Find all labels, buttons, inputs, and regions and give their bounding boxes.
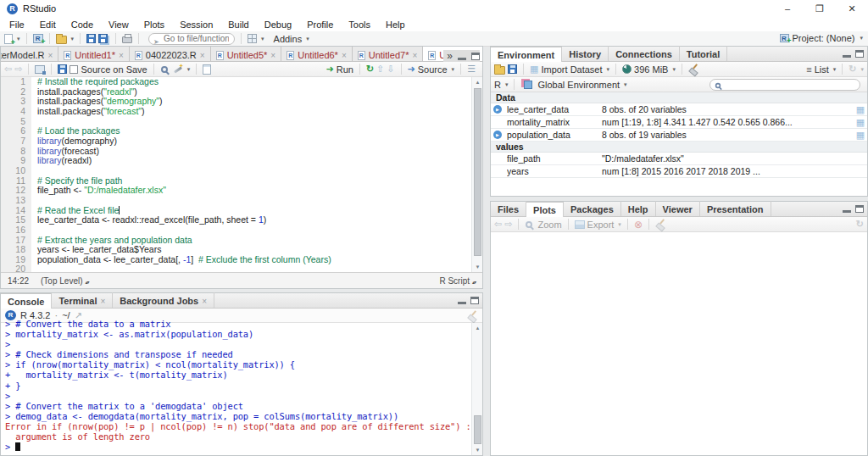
- pane-minimize-icon[interactable]: [458, 297, 466, 304]
- import-dataset-icon[interactable]: ▦: [530, 64, 538, 75]
- addins-button[interactable]: Addins: [274, 34, 303, 44]
- pane-minimize-icon[interactable]: [458, 53, 466, 60]
- previous-chunk-icon[interactable]: [376, 64, 384, 75]
- environment-row-population_data[interactable]: population_data8 obs. of 19 variables▦: [491, 129, 867, 142]
- scroll-up-icon[interactable]: ▲: [472, 323, 483, 333]
- save-all-icon[interactable]: [98, 34, 108, 43]
- editor-tab-Untitled6[interactable]: Untitled6*×: [281, 47, 353, 62]
- editor-scrollbar[interactable]: ▲ ▼: [471, 77, 482, 272]
- close-tab-icon[interactable]: ×: [100, 297, 105, 306]
- new-file-dropdown-icon[interactable]: ▾: [17, 36, 20, 42]
- import-dropdown-icon[interactable]: ▾: [607, 66, 610, 73]
- new-project-icon[interactable]: R: [33, 34, 43, 43]
- view-data-grid-icon[interactable]: ▦: [854, 117, 867, 128]
- addins-dropdown-icon[interactable]: ▾: [306, 36, 309, 42]
- memory-dropdown-icon[interactable]: ▾: [672, 66, 676, 73]
- tab-connections[interactable]: Connections: [609, 46, 680, 61]
- pane-layout-dropdown-icon[interactable]: ▾: [261, 36, 264, 42]
- close-tab-icon[interactable]: ×: [47, 51, 53, 60]
- environment-row-mortality_matrix[interactable]: mortality_matrixnum [1:19, 1:8] 4.341 1.…: [491, 116, 867, 129]
- scope-dropdown-icon[interactable]: ▾: [624, 81, 627, 88]
- menu-session[interactable]: Session: [172, 19, 220, 31]
- document-outline-icon[interactable]: [467, 64, 476, 75]
- pane-maximize-icon[interactable]: [855, 50, 864, 58]
- tab-help[interactable]: Help: [621, 201, 656, 216]
- menu-tools[interactable]: Tools: [341, 19, 378, 31]
- refresh-plots-icon[interactable]: [856, 219, 864, 230]
- menu-help[interactable]: Help: [378, 19, 413, 31]
- editor-tab-Untitled1[interactable]: Untitled1*×: [58, 47, 130, 62]
- console-output[interactable]: > # Convert the data to a matrix> mortal…: [1, 319, 471, 455]
- editor-tab-04022023R[interactable]: 04022023.R×: [130, 47, 211, 62]
- save-workspace-icon[interactable]: [508, 64, 517, 74]
- menu-code[interactable]: Code: [64, 19, 101, 31]
- goto-file-function-input[interactable]: [148, 33, 235, 45]
- file-type-selector[interactable]: R Script: [439, 276, 476, 286]
- scroll-down-icon[interactable]: ▼: [472, 445, 483, 455]
- environment-search-input[interactable]: [709, 79, 860, 91]
- menu-profile[interactable]: Profile: [299, 19, 341, 31]
- open-in-new-window-icon[interactable]: [35, 65, 45, 74]
- list-view-icon[interactable]: [806, 64, 811, 75]
- open-file-dropdown-icon[interactable]: ▾: [71, 36, 75, 42]
- import-dataset-button[interactable]: Import Dataset: [541, 64, 602, 75]
- editor-scroll-thumb[interactable]: [474, 88, 481, 256]
- run-icon[interactable]: [326, 64, 333, 75]
- language-selector[interactable]: R: [494, 80, 501, 90]
- environment-row-file_path[interactable]: file_path"D:/maledatafer.xlsx": [491, 153, 867, 165]
- refresh-icon[interactable]: [849, 64, 856, 75]
- source-icon[interactable]: [408, 64, 415, 75]
- project-selector[interactable]: R Project: (None) ▾: [780, 33, 864, 43]
- next-plot-icon[interactable]: [504, 219, 512, 230]
- tab-plots[interactable]: Plots: [526, 202, 564, 217]
- memory-usage-label[interactable]: 396 MiB: [634, 64, 668, 75]
- close-tab-icon[interactable]: ×: [119, 51, 124, 60]
- run-button[interactable]: Run: [337, 64, 353, 75]
- editor-tab-Untitled5[interactable]: Untitled5*×: [211, 47, 282, 62]
- print-icon[interactable]: [122, 36, 132, 43]
- export-button[interactable]: Export: [587, 220, 615, 230]
- remove-plot-icon[interactable]: [634, 219, 643, 231]
- pane-minimize-icon[interactable]: [843, 205, 851, 213]
- rerun-icon[interactable]: [366, 64, 374, 75]
- tab-history[interactable]: History: [562, 46, 609, 61]
- forward-icon[interactable]: [14, 64, 22, 75]
- close-tab-icon[interactable]: ×: [202, 297, 207, 306]
- find-replace-icon[interactable]: [161, 66, 168, 73]
- pane-maximize-icon[interactable]: [855, 205, 864, 213]
- code-tools-dropdown-icon[interactable]: ▾: [187, 66, 191, 73]
- open-file-icon[interactable]: [56, 36, 67, 44]
- refresh-dropdown-icon[interactable]: ▾: [860, 66, 864, 73]
- menu-plots[interactable]: Plots: [136, 19, 172, 31]
- export-plot-icon[interactable]: [575, 220, 585, 229]
- close-tab-icon[interactable]: ×: [412, 51, 417, 60]
- scope-selector[interactable]: (Top Level): [41, 276, 89, 286]
- clear-plots-icon[interactable]: [655, 219, 666, 230]
- export-dropdown-icon[interactable]: ▾: [618, 221, 621, 228]
- pane-layout-icon[interactable]: [248, 34, 257, 43]
- environment-row-years[interactable]: yearsnum [1:8] 2015 2016 2017 2018 2019 …: [491, 165, 867, 178]
- close-tab-icon[interactable]: ×: [342, 51, 347, 60]
- next-chunk-icon[interactable]: [387, 64, 394, 75]
- tab-presentation[interactable]: Presentation: [700, 201, 771, 216]
- load-workspace-icon[interactable]: [494, 66, 505, 75]
- tab-console[interactable]: Console: [1, 293, 52, 309]
- tab-tutorial[interactable]: Tutorial: [680, 46, 728, 61]
- tab-files[interactable]: Files: [491, 201, 526, 216]
- zoom-button[interactable]: Zoom: [537, 220, 561, 230]
- expand-icon[interactable]: [493, 131, 502, 139]
- code-area[interactable]: 1# Install the required packages2install…: [1, 77, 482, 272]
- previous-plot-icon[interactable]: [494, 219, 502, 230]
- console-scrollbar[interactable]: ▲ ▼: [471, 323, 482, 455]
- pane-maximize-icon[interactable]: [471, 53, 480, 60]
- tab-background-jobs[interactable]: Background Jobs×: [113, 292, 214, 308]
- source-dropdown-icon[interactable]: ▾: [452, 66, 455, 73]
- console-scroll-thumb[interactable]: [474, 415, 481, 444]
- tab-viewer[interactable]: Viewer: [656, 201, 700, 216]
- close-tab-icon[interactable]: ×: [200, 51, 205, 60]
- editor-tab-rterModelR[interactable]: rterModel.R×: [1, 47, 58, 62]
- tab-packages[interactable]: Packages: [564, 201, 621, 216]
- new-file-icon[interactable]: [4, 34, 13, 44]
- back-icon[interactable]: [4, 64, 12, 75]
- close-tab-icon[interactable]: ×: [270, 51, 275, 60]
